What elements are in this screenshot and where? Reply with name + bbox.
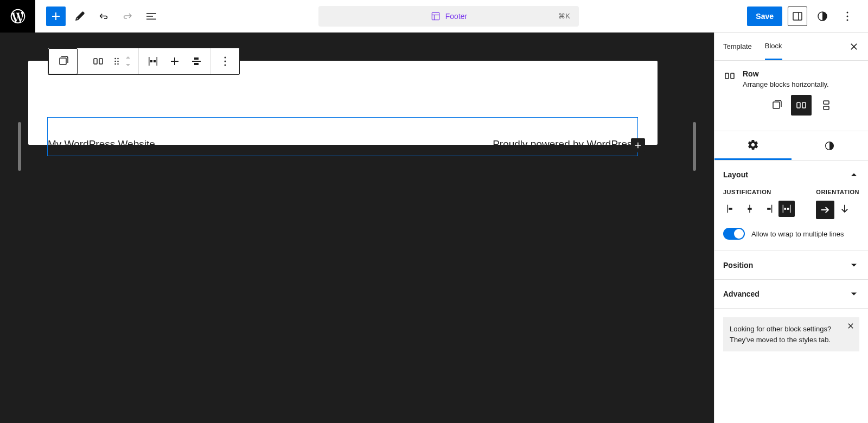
justify-space-between-icon [146,55,159,68]
svg-point-17 [117,63,119,65]
advanced-panel: Advanced [714,280,868,309]
svg-rect-29 [731,73,734,79]
redo-button[interactable] [118,7,137,26]
svg-rect-30 [773,102,780,108]
orientation-label: Orientation [816,189,859,195]
svg-point-25 [225,57,226,59]
settings-notice: Looking for other block settings? They'v… [723,317,859,351]
resize-handle-right[interactable] [693,122,696,171]
wrap-toggle[interactable] [723,228,745,240]
wordpress-logo[interactable] [0,0,35,33]
svg-rect-45 [787,208,789,210]
justify-right-icon [762,203,774,215]
site-title[interactable]: My WordPress Website [48,138,155,150]
orientation-vertical[interactable] [837,201,853,217]
view-button[interactable] [788,7,807,26]
svg-rect-41 [767,208,770,210]
svg-rect-34 [824,106,829,110]
orientation-horizontal[interactable] [816,201,834,219]
wrap-label: Allow to wrap to multiple lines [751,230,844,238]
redo-icon [121,10,134,23]
svg-rect-42 [783,205,783,213]
justification-label: Justification [723,189,803,195]
align-icon [168,55,181,68]
svg-point-13 [117,58,119,60]
svg-rect-18 [149,57,150,66]
variation-stack[interactable] [816,95,837,116]
align-button[interactable] [164,50,186,72]
topbar-left-tools [35,7,161,26]
svg-rect-0 [432,12,439,20]
justify-right[interactable] [760,201,776,217]
chevron-up-icon [124,55,132,60]
chevron-down-icon [848,289,859,299]
position-panel-header[interactable]: Position [714,251,868,279]
variation-row[interactable] [791,95,812,116]
wordpress-link[interactable]: WordPress [586,138,637,150]
position-panel: Position [714,251,868,280]
layout-panel-header[interactable]: Layout [714,161,868,189]
more-vertical-icon [219,55,232,68]
move-down-button[interactable] [124,61,135,69]
svg-rect-28 [725,73,729,79]
notice-line2: They've moved to the styles tab. [730,336,831,344]
justify-space-between-icon [781,203,793,215]
tools-button[interactable] [70,7,90,26]
drag-icon [111,56,122,67]
row-icon [92,55,105,68]
resize-handle-left[interactable] [18,122,21,171]
document-overview-button[interactable] [142,7,161,26]
command-bar-label: Footer [445,12,467,21]
footer-template-part[interactable]: My WordPress Website Proudly powered by … [28,61,658,145]
svg-rect-19 [157,57,158,66]
justify-center-icon [744,203,756,215]
justify-space-between[interactable] [778,201,795,217]
block-type-button[interactable] [87,50,109,72]
options-button[interactable] [838,7,857,26]
svg-rect-3 [793,12,802,20]
undo-button[interactable] [94,7,113,26]
plus-icon [49,10,62,23]
block-name: Row [743,69,859,78]
editor-canvas[interactable]: My WordPress Website Proudly powered by … [0,33,714,423]
svg-rect-9 [60,58,66,65]
subtab-settings[interactable] [714,131,792,160]
block-options-button[interactable] [214,50,236,72]
advanced-panel-header[interactable]: Advanced [714,280,868,308]
settings-sidebar: Template Block Row Arrange blocks horizo… [714,33,868,423]
list-view-icon [145,10,158,23]
arrow-right-icon [819,204,831,216]
row-block[interactable]: My WordPress Website Proudly powered by … [47,117,638,156]
justify-center[interactable] [742,201,758,217]
drag-handle[interactable] [109,50,124,72]
block-inserter-button[interactable] [46,7,66,26]
justify-left[interactable] [723,201,739,217]
svg-point-7 [847,15,848,17]
save-button[interactable]: Save [747,7,782,26]
tab-template[interactable]: Template [723,34,752,59]
svg-rect-40 [771,205,772,213]
move-up-button[interactable] [124,54,135,61]
powered-by-text[interactable]: Proudly powered by WordPress [493,138,637,150]
svg-point-27 [225,65,226,66]
svg-rect-22 [192,61,201,62]
more-vertical-icon [841,10,854,23]
variation-group[interactable] [766,95,787,116]
vertical-align-icon [190,55,203,68]
select-parent-button[interactable] [52,50,74,72]
sidebar-icon [791,10,804,23]
close-sidebar-button[interactable] [848,41,859,52]
block-appender[interactable] [631,138,645,152]
notice-line1: Looking for other block settings? [730,325,831,333]
styles-button[interactable] [813,7,832,26]
svg-rect-36 [727,205,728,213]
subtab-styles[interactable] [792,131,869,160]
vertical-align-button[interactable] [186,50,207,72]
command-bar[interactable]: Footer ⌘K [318,6,579,27]
svg-rect-21 [154,60,156,62]
svg-rect-31 [797,102,800,108]
block-variations [743,88,859,122]
justify-button[interactable] [142,50,164,72]
notice-close-button[interactable] [846,322,855,330]
tab-block[interactable]: Block [765,33,782,60]
